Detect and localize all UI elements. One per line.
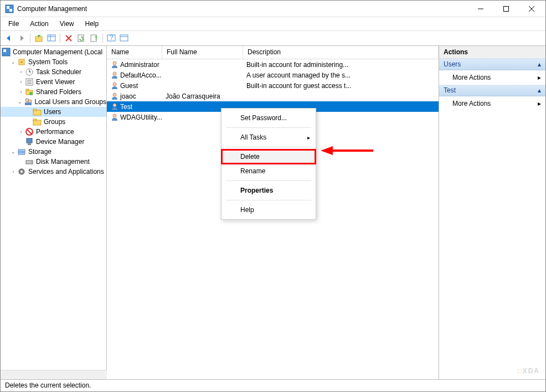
- context-menu-label: Rename: [240, 167, 265, 175]
- tree-item[interactable]: ⌄System Tools: [1, 57, 106, 67]
- chevron-right-icon: ▸: [538, 74, 541, 81]
- tree-item[interactable]: ›Shared Folders: [1, 87, 106, 97]
- list-header-description[interactable]: Description: [243, 46, 439, 59]
- menu-file[interactable]: File: [3, 18, 24, 29]
- list-header-name[interactable]: Name: [107, 46, 162, 59]
- svg-rect-45: [18, 149, 25, 152]
- user-icon: [110, 81, 119, 90]
- tree-item[interactable]: ›Services and Applications: [1, 167, 106, 177]
- tree-item[interactable]: Users: [1, 107, 106, 117]
- tree-expand-icon[interactable]: ›: [9, 168, 17, 176]
- up-button[interactable]: [33, 32, 45, 44]
- svg-point-52: [113, 72, 116, 75]
- tree-root[interactable]: Computer Management (Local: [1, 47, 106, 57]
- tree-item-label: Services and Applications: [28, 168, 104, 176]
- close-button[interactable]: [519, 1, 544, 17]
- context-menu-item[interactable]: Help: [222, 203, 316, 217]
- help-button[interactable]: ?: [105, 32, 117, 44]
- tree-item-label: Disk Management: [36, 158, 90, 166]
- tree-collapse-icon[interactable]: ⌄: [16, 98, 23, 106]
- watermark: □XDA: [517, 359, 540, 377]
- maximize-button[interactable]: [493, 1, 519, 17]
- actions-panel: Actions Users ▴ More Actions ▸ Test ▴ Mo…: [439, 46, 545, 379]
- list-cell-name: Guest: [120, 82, 138, 90]
- list-header: Name Full Name Description: [107, 46, 439, 59]
- refresh-button[interactable]: [75, 32, 87, 44]
- actions-more-test[interactable]: More Actions ▸: [439, 96, 545, 111]
- minimize-button[interactable]: [468, 1, 493, 17]
- delete-button[interactable]: [63, 32, 75, 44]
- tree-scrollbar[interactable]: [1, 370, 107, 379]
- list-row[interactable]: AdministratorBuilt-in account for admini…: [107, 59, 439, 70]
- list-row[interactable]: joaocJoão Carrasqueira: [107, 91, 439, 101]
- system-tools-icon: [17, 58, 26, 66]
- tree-item[interactable]: Disk Management: [1, 157, 106, 167]
- svg-line-42: [27, 129, 32, 135]
- performance-icon: [25, 127, 34, 136]
- tree-item[interactable]: ⌄Storage: [1, 147, 106, 157]
- tree-item[interactable]: ⌄Local Users and Groups: [1, 97, 106, 107]
- svg-point-50: [20, 171, 23, 173]
- context-menu-item[interactable]: Properties: [222, 183, 316, 198]
- svg-rect-1: [7, 6, 9, 9]
- collapse-icon: ▴: [538, 60, 541, 68]
- chevron-right-icon: ▸: [538, 100, 541, 107]
- tree-item[interactable]: Groups: [1, 117, 106, 127]
- tree-expand-icon[interactable]: ›: [17, 78, 25, 86]
- actions-more-users[interactable]: More Actions ▸: [439, 70, 545, 85]
- menu-action[interactable]: Action: [24, 18, 54, 29]
- list-row[interactable]: DefaultAcco...A user account managed by …: [107, 70, 439, 80]
- tree-collapse-icon[interactable]: ⌄: [9, 148, 17, 156]
- user-icon: [110, 102, 119, 111]
- menu-view[interactable]: View: [54, 18, 80, 29]
- svg-point-54: [113, 93, 116, 96]
- tree-expand-icon[interactable]: ›: [17, 68, 25, 76]
- tree-item-label: Event Viewer: [36, 78, 75, 86]
- svg-rect-7: [35, 37, 42, 42]
- forward-button[interactable]: [16, 32, 28, 44]
- event-viewer-icon: [25, 78, 34, 86]
- statusbar: Deletes the current selection.: [1, 379, 545, 391]
- task-scheduler-icon: [25, 68, 34, 76]
- list-cell-description: A user account managed by the s...: [246, 71, 351, 79]
- titlebar: Computer Management: [1, 1, 545, 17]
- extra-button[interactable]: [118, 32, 130, 44]
- tree-expand-icon[interactable]: ›: [17, 128, 25, 136]
- window-title: Computer Management: [17, 5, 468, 13]
- svg-point-48: [31, 162, 32, 163]
- context-menu: Set Password...All Tasks▸DeleteRenamePro…: [221, 108, 316, 220]
- svg-text:?: ?: [110, 34, 114, 42]
- export-button[interactable]: [88, 32, 100, 44]
- svg-point-53: [113, 82, 116, 86]
- svg-rect-4: [504, 6, 509, 11]
- show-hide-button[interactable]: [45, 32, 58, 44]
- tree-item-label: Local Users and Groups: [35, 98, 106, 106]
- list-cell-name: joaoc: [120, 92, 136, 100]
- list-cell-name: DefaultAcco...: [120, 71, 162, 79]
- tree-panel[interactable]: Computer Management (Local ⌄System Tools…: [1, 46, 107, 379]
- tree-item[interactable]: ›Task Scheduler: [1, 67, 106, 77]
- app-icon: [5, 4, 14, 13]
- list-cell-name: WDAGUtility...: [120, 114, 162, 121]
- actions-section-users[interactable]: Users ▴: [439, 59, 545, 70]
- menu-help[interactable]: Help: [80, 18, 105, 29]
- svg-rect-40: [33, 119, 37, 121]
- tree-item-label: Shared Folders: [36, 88, 81, 96]
- back-button[interactable]: [3, 32, 15, 44]
- context-menu-separator: [226, 147, 311, 147]
- tree-expand-icon[interactable]: ›: [17, 88, 25, 96]
- actions-section-test[interactable]: Test ▴: [439, 85, 545, 96]
- tree-item[interactable]: ›Performance: [1, 127, 106, 137]
- tree-item[interactable]: ›Event Viewer: [1, 77, 106, 87]
- context-menu-item[interactable]: All Tasks▸: [222, 130, 316, 145]
- context-menu-item[interactable]: Rename: [222, 164, 316, 178]
- svg-rect-43: [27, 138, 32, 143]
- tree-collapse-icon[interactable]: ⌄: [9, 58, 17, 66]
- context-menu-item[interactable]: Set Password...: [222, 111, 316, 125]
- tree-item-label: Performance: [36, 128, 74, 136]
- list-row[interactable]: GuestBuilt-in account for guest access t…: [107, 80, 439, 91]
- tree-item[interactable]: Device Manager: [1, 137, 106, 147]
- context-menu-item[interactable]: Delete: [222, 149, 316, 164]
- tree-root-label: Computer Management (Local: [13, 48, 102, 56]
- list-header-fullname[interactable]: Full Name: [162, 46, 243, 59]
